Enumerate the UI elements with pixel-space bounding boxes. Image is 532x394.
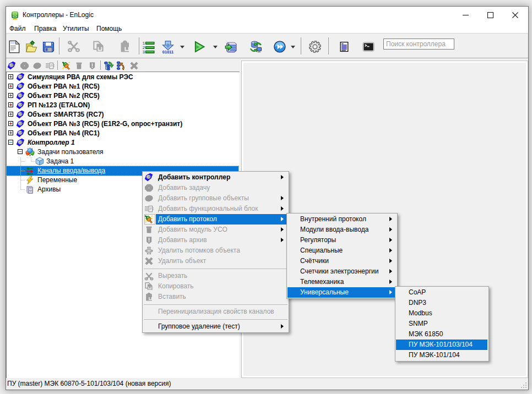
- svg-text:F: F: [150, 206, 153, 211]
- svg-text:01011: 01011: [162, 50, 173, 53]
- svg-text:3: 3: [143, 50, 145, 53]
- svg-text:F: F: [51, 63, 53, 68]
